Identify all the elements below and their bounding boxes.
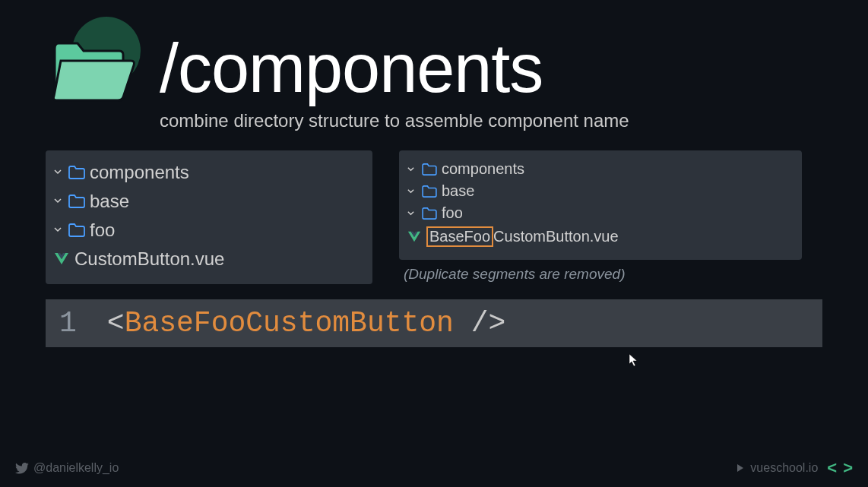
tree-label: base xyxy=(90,191,129,212)
chevron-down-icon xyxy=(407,163,417,176)
prev-button[interactable]: < xyxy=(827,458,837,478)
folder-icon xyxy=(422,185,437,198)
tree-row[interactable]: components xyxy=(53,158,362,187)
folder-icon xyxy=(68,223,85,237)
slide-footer: @danielkelly_io vueschool.io < > xyxy=(0,458,868,478)
cursor-icon xyxy=(629,353,639,370)
vue-icon xyxy=(53,251,70,267)
tree-label: CustomButton.vue xyxy=(74,248,224,270)
right-tree-panel: components base foo xyxy=(399,150,802,260)
play-icon xyxy=(735,463,746,473)
page-title: /components xyxy=(160,30,543,108)
code-block: 1 <BaseFooCustomButton /> xyxy=(46,299,822,347)
line-number: 1 xyxy=(46,299,107,347)
tree-label: components xyxy=(442,160,524,178)
vue-icon xyxy=(407,230,422,244)
left-tree-panel: components base foo CustomButton.vue xyxy=(46,150,372,284)
folder-icon xyxy=(68,194,85,208)
tree-row[interactable]: base xyxy=(407,180,791,202)
twitter-icon xyxy=(15,463,29,474)
tree-comparison: components base foo CustomButton.vue xyxy=(0,150,868,284)
next-button[interactable]: > xyxy=(843,458,853,478)
twitter-handle[interactable]: @danielkelly_io xyxy=(15,461,119,475)
nav-arrows: < > xyxy=(827,458,853,478)
folder-icon xyxy=(68,166,85,179)
tree-row[interactable]: foo xyxy=(407,202,791,224)
code-content: <BaseFooCustomButton /> xyxy=(107,307,506,340)
highlight-box: BaseFoo xyxy=(426,226,493,247)
tree-label: foo xyxy=(90,220,115,241)
tree-row[interactable]: components xyxy=(407,158,791,180)
slide-header: /components xyxy=(0,0,868,118)
tree-row[interactable]: CustomButton.vue xyxy=(53,245,362,274)
chevron-down-icon xyxy=(53,166,64,179)
tree-row[interactable]: BaseFooCustomButton.vue xyxy=(407,224,791,249)
tree-label: components xyxy=(90,162,189,183)
chevron-down-icon xyxy=(53,224,64,236)
tree-label: foo xyxy=(442,204,463,222)
tree-row[interactable]: foo xyxy=(53,216,362,245)
folder-icon xyxy=(422,207,437,220)
chevron-down-icon xyxy=(53,195,64,207)
folder-icon xyxy=(422,163,437,176)
tree-note: (Duplicate segments are removed) xyxy=(404,266,802,283)
chevron-down-icon xyxy=(407,207,417,220)
chevron-down-icon xyxy=(407,185,417,198)
tree-label: base xyxy=(442,182,474,200)
tree-label: BaseFooCustomButton.vue xyxy=(426,226,619,247)
tree-row[interactable]: base xyxy=(53,187,362,216)
folder-icon xyxy=(38,23,144,114)
site-link[interactable]: vueschool.io xyxy=(735,461,818,475)
